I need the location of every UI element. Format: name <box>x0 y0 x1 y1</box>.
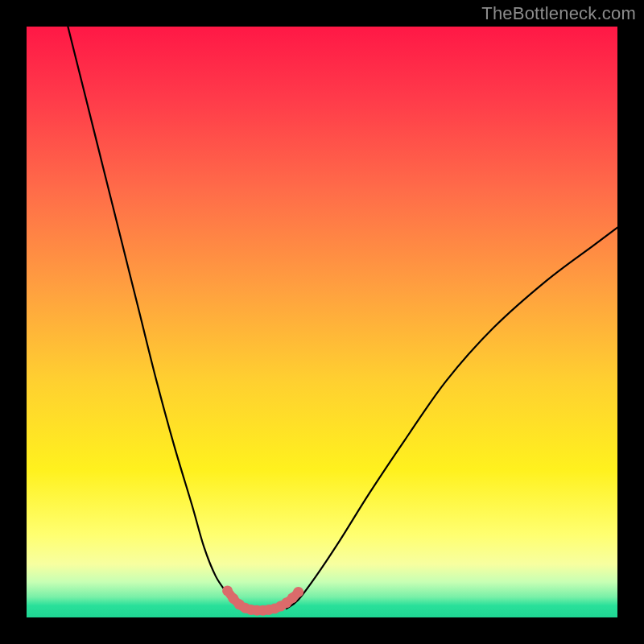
valley-marker-dots <box>222 585 303 615</box>
curve-left-branch <box>68 27 239 609</box>
watermark-text: TheBottleneck.com <box>481 3 636 24</box>
valley-marker-dot <box>293 587 303 597</box>
curve-right-branch <box>287 228 617 609</box>
chart-curves-svg <box>27 27 617 617</box>
chart-frame: TheBottleneck.com <box>0 0 644 644</box>
